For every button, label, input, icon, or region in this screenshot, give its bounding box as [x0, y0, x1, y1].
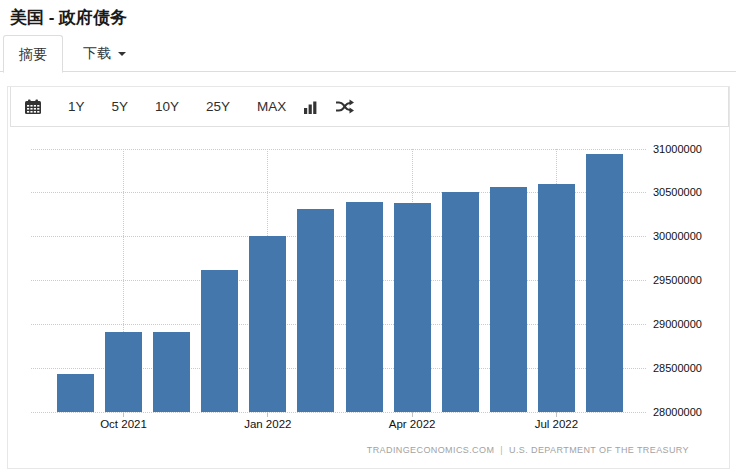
range-25y-button[interactable]: 25Y: [206, 99, 230, 114]
x-axis-label: Jul 2022: [516, 418, 596, 430]
y-axis-label: 29500000: [653, 274, 702, 286]
bar-feb-2022[interactable]: [297, 209, 334, 412]
page: 美国 - 政府债务 摘要 下载: [0, 0, 736, 475]
range-1y-button[interactable]: 1Y: [68, 99, 85, 114]
bar-jan-2022[interactable]: [249, 236, 286, 412]
x-axis-tick: [267, 412, 268, 417]
tab-summary[interactable]: 摘要: [3, 35, 63, 73]
bar-apr-2022[interactable]: [394, 203, 431, 412]
range-5y-button[interactable]: 5Y: [112, 99, 129, 114]
range-10y-button[interactable]: 10Y: [155, 99, 179, 114]
chart-toolbar: 1Y5Y10Y25YMAX: [10, 87, 729, 127]
bar-oct-2021[interactable]: [105, 332, 142, 412]
y-axis-label: 28000000: [653, 406, 702, 418]
y-axis-label: 31000000: [653, 143, 702, 155]
bar-may-2022[interactable]: [442, 192, 479, 412]
bar-jun-2022[interactable]: [490, 187, 527, 412]
x-axis-label: Apr 2022: [372, 418, 452, 430]
bar-dec-2021[interactable]: [201, 270, 238, 412]
x-axis-tick: [412, 412, 413, 417]
attribution-provider: U.S. DEPARTMENT OF THE TREASURY: [509, 445, 689, 455]
tab-download-label: 下载: [83, 45, 111, 61]
shuffle-icon[interactable]: [335, 99, 354, 114]
bar-mar-2022[interactable]: [346, 202, 383, 412]
bar-jul-2022[interactable]: [538, 184, 575, 412]
chart-attribution: TRADINGECONOMICS.COM|U.S. DEPARTMENT OF …: [367, 445, 689, 455]
attribution-source: TRADINGECONOMICS.COM: [367, 445, 495, 455]
x-axis-tick: [123, 412, 124, 417]
x-axis-tick: [556, 412, 557, 417]
bar-aug-2022[interactable]: [586, 154, 623, 412]
attribution-separator: |: [500, 445, 503, 455]
y-axis-label: 30000000: [653, 230, 702, 242]
x-axis-label: Oct 2021: [84, 418, 164, 430]
range-buttons: 1Y5Y10Y25YMAX: [68, 99, 286, 114]
bar-sep-2021[interactable]: [57, 374, 94, 412]
tab-summary-label: 摘要: [19, 46, 47, 62]
y-axis-label: 28500000: [653, 362, 702, 374]
y-axis-label: 29000000: [653, 318, 702, 330]
range-max-button[interactable]: MAX: [257, 99, 286, 114]
bar-chart-icon[interactable]: [303, 100, 318, 114]
calendar-icon[interactable]: [24, 99, 42, 115]
bar-nov-2021[interactable]: [153, 332, 190, 412]
x-axis-label: Jan 2022: [228, 418, 308, 430]
page-title: 美国 - 政府债务: [10, 6, 127, 29]
y-axis-label: 30500000: [653, 186, 702, 198]
chart-widget: 1Y5Y10Y25YMAX 28000000285000002900000029…: [7, 86, 730, 469]
tab-download[interactable]: 下载: [63, 35, 146, 73]
chart-plot: 2800000028500000290000002950000030000000…: [8, 127, 729, 468]
tab-bar: 摘要 下载: [0, 35, 736, 72]
chevron-down-icon: [118, 52, 126, 56]
